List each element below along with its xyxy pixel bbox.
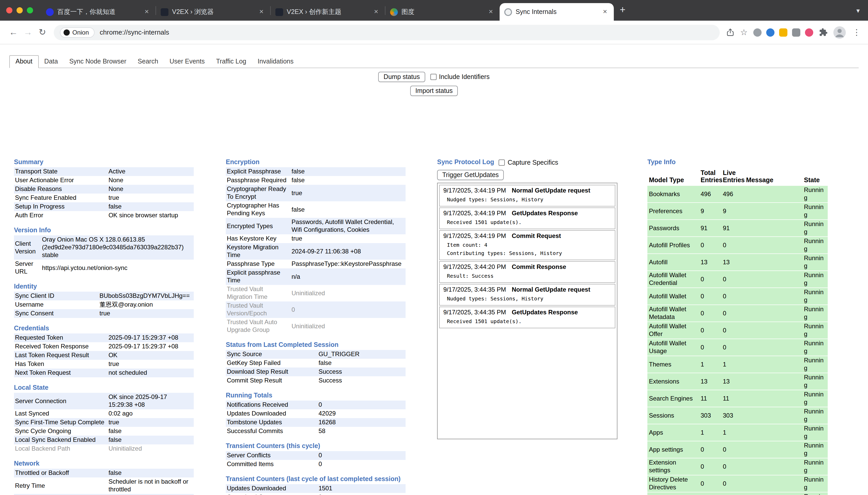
tab-close-icon[interactable]: × <box>601 8 609 16</box>
browser-tab[interactable]: Sync Internals× <box>499 3 614 21</box>
type-info-cell-message <box>744 203 802 219</box>
type-info-column-header: Total Entries <box>699 169 721 185</box>
address-bar[interactable]: Onion chrome://sync-internals <box>54 24 719 40</box>
field-value: GU_TRIGGER <box>317 350 406 359</box>
forward-button[interactable]: → <box>21 25 35 39</box>
type-info-table: Model TypeTotal EntriesLive EntriesMessa… <box>648 168 828 495</box>
url-text: chrome://sync-internals <box>100 29 169 36</box>
extension-pink-icon[interactable] <box>805 28 813 36</box>
log-entry-title: GetUpdates Response <box>512 209 578 217</box>
field-label: Sync Consent <box>14 309 98 318</box>
field-label: Cryptographer Has Pending Keys <box>226 201 291 218</box>
profile-avatar[interactable] <box>833 26 846 38</box>
page-tab-search[interactable]: Search <box>132 56 164 68</box>
page-tab-traffic-log[interactable]: Traffic Log <box>211 56 252 68</box>
type-info-cell-message <box>744 254 802 271</box>
field-label: Sync First-Time Setup Complete <box>14 418 108 427</box>
field-value: not scheduled <box>108 369 194 377</box>
extension-blue-icon[interactable] <box>766 28 774 36</box>
extensions-puzzle-icon[interactable] <box>819 28 828 37</box>
page-tabs: AboutDataSync Node BrowserSearchUser Eve… <box>9 55 859 68</box>
field-value: OK <box>108 351 194 360</box>
column-encryption: EncryptionExplicit PassphrasefalsePassph… <box>226 158 406 495</box>
field-value: Oray Onion Mac OS X 128.0.6613.85 (2ed9d… <box>41 235 194 260</box>
field-label: Successful Commits <box>226 427 317 436</box>
import-status-button[interactable]: Import status <box>410 86 458 96</box>
field-row: Trusted Vault Version/Epoch0 <box>226 302 406 318</box>
search-engine-chip[interactable]: Onion <box>60 27 95 37</box>
field-row: Local Sync Backend Enabledfalse <box>14 436 194 444</box>
type-info-column-header: Message <box>744 169 802 185</box>
section-title: Encryption <box>226 158 406 166</box>
log-entry-title: Commit Request <box>512 232 561 239</box>
type-info-cell-type: Autofill Wallet Credential <box>648 271 699 288</box>
back-button[interactable]: ← <box>6 25 21 39</box>
include-identifiers-checkbox[interactable] <box>430 74 436 80</box>
extension-gray-doc-icon[interactable] <box>792 28 800 36</box>
page-tab-user-events[interactable]: User Events <box>164 56 210 68</box>
log-entry-detail: Nudged types: Sessions, History <box>447 295 611 302</box>
log-entry-detail: Nudged types: Sessions, History <box>447 196 611 203</box>
type-info-cell-type: Bookmarks <box>648 186 699 202</box>
field-label: Updates Downloaded <box>226 484 317 493</box>
type-info-row: Autofill Wallet Metadata00Running <box>648 305 828 322</box>
new-tab-button[interactable]: + <box>615 3 630 18</box>
extension-yellow-mail-icon[interactable] <box>779 28 787 36</box>
log-entry-title: Normal GetUpdate request <box>512 187 590 194</box>
bookmark-star-icon[interactable]: ☆ <box>740 28 748 36</box>
browser-tab[interactable]: V2EX › 创作新主题× <box>271 3 385 21</box>
type-info-row: History Delete Directives00Running <box>648 475 828 492</box>
field-label: Has Token <box>14 360 108 369</box>
type-info-cell-live: 0 <box>721 441 744 458</box>
tab-close-icon[interactable]: × <box>487 8 495 16</box>
page-tab-about[interactable]: About <box>9 55 38 68</box>
field-value: true <box>98 309 194 318</box>
tab-close-icon[interactable]: × <box>257 8 265 16</box>
browser-tab[interactable]: 百度一下，你就知道× <box>41 3 155 21</box>
type-info-cell-message <box>744 288 802 305</box>
field-row: Commit Step ResultSuccess <box>226 376 406 385</box>
type-info-row: Search Engines1111Running <box>648 390 828 407</box>
type-info-cell-total: 0 <box>699 288 721 305</box>
minimize-window-button[interactable] <box>17 7 23 13</box>
type-info-cell-type: Autofill Wallet <box>648 288 699 305</box>
type-info-cell-total: 91 <box>699 220 721 236</box>
type-info-cell-state: Running <box>802 220 828 236</box>
field-value: false <box>317 359 406 368</box>
trigger-getupdates-button[interactable]: Trigger GetUpdates <box>437 170 504 180</box>
type-info-cell-live: 0 <box>721 271 744 288</box>
type-info-cell-state: Running <box>802 458 828 475</box>
type-info-cell-total: 0 <box>699 458 721 475</box>
type-info-row: Extensions1313Running <box>648 373 828 390</box>
field-label: Notifications Enabled <box>14 494 108 495</box>
zoom-window-button[interactable] <box>27 7 33 13</box>
browser-tab[interactable]: 图度× <box>386 3 499 21</box>
close-window-button[interactable] <box>6 7 12 13</box>
menu-kebab-icon[interactable]: ⋮ <box>851 27 862 37</box>
field-row: Retry TimeScheduler is not in backoff or… <box>14 477 194 494</box>
reload-button[interactable]: ↻ <box>35 25 50 39</box>
tab-close-icon[interactable]: × <box>143 8 151 16</box>
field-row: Download Step ResultSuccess <box>226 368 406 376</box>
browser-tab[interactable]: V2EX › 浏览器× <box>156 3 270 21</box>
field-row: Updates Downloaded1501 <box>226 484 406 493</box>
sync-internals-page: AboutDataSync Node BrowserSearchUser Eve… <box>0 55 868 495</box>
field-label: Tombstone Updates <box>226 418 317 427</box>
page-tab-sync-node-browser[interactable]: Sync Node Browser <box>64 56 132 68</box>
log-entry-detail: Received 1501 update(s). <box>447 219 611 225</box>
page-tab-data[interactable]: Data <box>38 56 64 68</box>
type-info-cell-live: 0 <box>721 339 744 356</box>
field-value: 0 <box>317 400 406 409</box>
page-tab-invalidations[interactable]: Invalidations <box>252 56 299 68</box>
tab-search-chevron-icon[interactable]: ▾ <box>854 6 862 14</box>
dump-status-button[interactable]: Dump status <box>378 72 425 82</box>
section: Transient Counters (this cycle)Server Co… <box>226 442 406 469</box>
field-value: Scheduler is not in backoff or throttled <box>108 477 194 494</box>
capture-specifics-checkbox[interactable] <box>499 159 505 166</box>
tab-close-icon[interactable]: × <box>372 8 380 16</box>
type-info-cell-message <box>744 407 802 424</box>
protocol-log-entry: 9/17/2025, 3:44:35 PMNormal GetUpdate re… <box>439 284 615 306</box>
share-icon[interactable] <box>726 28 734 37</box>
extension-gray-globe-icon[interactable] <box>753 28 761 36</box>
field-row: Next Token Requestnot scheduled <box>14 369 194 377</box>
